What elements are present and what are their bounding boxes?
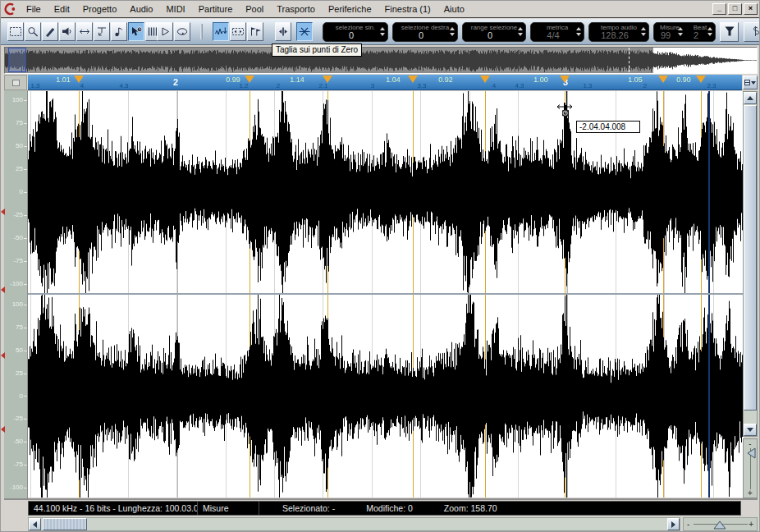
zoom-in-label: + [749,519,753,530]
field-selezione-destra-spinner[interactable] [450,27,455,36]
overview-strip[interactable] [4,47,758,74]
menu-periferiche[interactable]: Periferiche [322,2,378,16]
flags-icon [249,26,262,37]
horizontal-scrollbar[interactable] [28,517,680,531]
restore-button[interactable]: □ [728,3,742,15]
ruler-corner-box [4,75,27,90]
scroll-up-button[interactable] [744,92,757,104]
tool-group-4 [296,22,313,41]
ruler-beat-label: 1.2 [239,82,248,89]
menu-midi[interactable]: MIDI [159,2,191,16]
warp-marker-icon[interactable] [696,76,706,83]
edge-artifact [1,352,5,359]
ruler-beat-label: 4.3 [515,82,524,89]
zoom-tool[interactable] [25,22,41,41]
grid-icon [744,80,750,85]
show-audio-event-button[interactable] [213,22,229,41]
toolbar: selezione sin.0selezione destra0range se… [1,19,760,45]
filter-button[interactable] [720,22,739,42]
timeline-ruler[interactable]: 1.344.31.222.133.344.31.322.31.010.991.1… [28,75,742,90]
ruler-beat-label: 3.3 [417,82,426,89]
horizontal-zoom-slider[interactable]: - + [683,517,758,531]
menu-partiture[interactable]: Partiture [192,2,240,16]
scroll-left-button[interactable] [29,518,41,530]
warp-marker-icon[interactable] [658,76,668,83]
field-tempo-audio-spinner[interactable] [641,27,646,36]
draw-tool[interactable] [42,22,58,41]
menu-file[interactable]: File [20,2,48,16]
field-selezione-sin-value: 0 [323,30,379,40]
scroll-right-button[interactable] [667,518,680,530]
window-controls: _ □ × [712,3,758,15]
field-range-selezione-spinner[interactable] [518,27,523,36]
field-beat[interactable]: Beat2 [685,23,715,41]
marquee-arrows-icon [231,26,245,37]
vertical-zoom-handle[interactable] [746,447,756,459]
trim-tool[interactable] [94,22,110,41]
horizontal-zoom-handle[interactable] [713,520,726,530]
field-misure-spinner[interactable] [678,27,683,36]
field-misure[interactable]: Misure99Beat2 [653,22,716,42]
menu-pool[interactable]: Pool [239,2,270,16]
ruler-tempo-label: 1.05 [628,76,643,84]
menu-edit[interactable]: Edit [48,2,76,16]
warp-marker-icon[interactable] [74,76,84,83]
vertical-zoom-slider[interactable]: - + [743,438,758,498]
arrow-left-icon [33,521,37,528]
warp-marker-icon[interactable] [408,76,418,83]
field-range-selezione[interactable]: range selezione0 [462,22,526,42]
minimize-button[interactable]: _ [712,3,726,15]
vertical-scrollbar[interactable] [743,91,758,437]
ruler-options-button[interactable] [743,76,758,89]
ruler-beat-label: 1.3 [30,82,39,89]
field-selezione-sin-spinner[interactable] [380,27,385,36]
warp-marker-icon[interactable] [245,76,254,83]
pane-bottom-border [4,498,758,500]
ruler-beat-label: 4 [492,82,496,89]
snap-zero-crossing-button[interactable] [296,22,313,41]
vertical-scrollbar-thumb[interactable] [744,105,757,410]
scrub-tool[interactable] [76,22,93,41]
scale-label: -50 [13,234,23,241]
warp-marker-icon[interactable] [560,76,570,83]
play-tool[interactable] [59,22,76,41]
tool-group-3 [275,22,291,41]
time-format-selector[interactable]: Misure [198,502,259,515]
warp-marker-icon[interactable] [480,76,490,83]
waveform-channel-right[interactable] [28,295,744,498]
warp-marker-icon[interactable] [323,76,332,83]
menu-progetto[interactable]: Progetto [76,2,124,16]
show-regions-button[interactable] [247,22,263,41]
field-metrica-value: 4/4 [531,30,575,40]
menu-audio[interactable]: Audio [123,2,159,16]
range-select-tool[interactable] [7,22,24,41]
audition-loop-button[interactable] [174,22,190,41]
field-tempo-audio[interactable]: tempo audio128.26 [588,22,649,42]
toolbar-fields: selezione sin.0selezione destra0range se… [323,22,716,42]
field-selezione-sin[interactable]: selezione sin.0 [323,22,388,42]
overflow-button[interactable] [744,22,760,42]
menu-finestra-1[interactable]: Finestra (1) [378,2,437,16]
chevron-down-icon [751,81,756,85]
zoom-to-selection-button[interactable] [230,22,246,41]
mute-note-tool[interactable] [111,22,127,41]
edge-artifact [1,287,5,293]
tool-group-2 [213,22,263,41]
horizontal-scrollbar-thumb[interactable] [43,518,87,530]
audition-play-button[interactable] [157,22,173,41]
field-metrica-spinner[interactable] [576,27,581,36]
overview-view-box[interactable] [8,48,26,72]
autoscroll-button[interactable] [275,22,291,41]
overflow-icon [749,25,760,39]
menu-trasporto[interactable]: Trasporto [270,2,322,16]
edge-artifact [1,209,5,215]
close-button[interactable]: × [744,3,758,15]
overview-waveform[interactable] [5,48,757,73]
field-misure[interactable]: Misure99 [654,23,685,41]
scroll-down-button[interactable] [744,424,757,436]
timewarp-tool[interactable] [128,22,144,41]
field-metrica[interactable]: metrica4/4 [530,22,584,42]
field-selezione-destra[interactable]: selezione destra0 [392,22,458,42]
menu-aiuto[interactable]: Aiuto [437,2,471,16]
field-beat-spinner[interactable] [707,27,712,36]
